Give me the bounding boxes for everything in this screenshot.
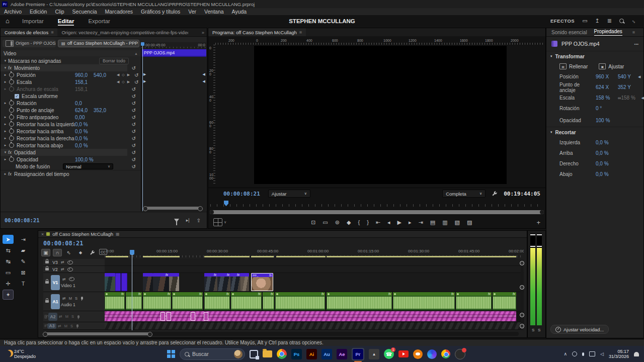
transport-icon[interactable]: ◆	[347, 219, 351, 226]
audio-clip[interactable]: fx	[263, 292, 274, 310]
transport-icon[interactable]: ▤	[430, 219, 435, 226]
lock-icon-active[interactable]	[44, 324, 46, 327]
track-output-eye-icon[interactable]	[69, 277, 74, 281]
mute-button[interactable]: M	[65, 314, 68, 319]
program-scrub-bar[interactable]	[210, 201, 543, 208]
video-clip[interactable]: fx	[153, 273, 169, 291]
prop-value[interactable]: 0,0 %	[596, 140, 618, 145]
after-effects-button[interactable]: Ae	[337, 349, 347, 359]
solo-button[interactable]: S	[70, 324, 73, 328]
video-clip[interactable]: fx	[230, 273, 240, 291]
param-value[interactable]: 100,0 %	[75, 157, 94, 162]
type-tool[interactable]: T	[17, 278, 29, 289]
play-around-icon[interactable]: ▸|	[186, 218, 190, 223]
reset-icon[interactable]: ↺	[132, 136, 136, 141]
app-button[interactable]	[427, 349, 437, 359]
reset-icon[interactable]: ↺	[132, 115, 136, 120]
keyframe-handle[interactable]	[160, 312, 165, 321]
transport-icon[interactable]: ⇥	[419, 219, 423, 226]
track-target-v1[interactable]: V1	[51, 275, 60, 290]
lane-a3-locked[interactable]	[105, 322, 524, 330]
chevron-right-icon[interactable]: ▸	[3, 80, 8, 84]
program-scrollbar[interactable]	[210, 210, 544, 214]
chevron-right-icon[interactable]: ▸	[3, 136, 8, 140]
menu-item[interactable]: Ver	[184, 8, 200, 15]
param-value-x[interactable]: 960,0	[75, 72, 94, 78]
hand-tool[interactable]: ✛	[2, 278, 14, 289]
reset-icon[interactable]: ↺	[132, 101, 136, 106]
ripple-edit-tool[interactable]: ⇆	[2, 245, 14, 256]
mini-timeline-ruler[interactable]: 00:00:45:00 00:0	[141, 42, 206, 48]
chrome-button[interactable]	[277, 349, 287, 359]
video-preview[interactable]	[254, 46, 507, 184]
more-options-icon[interactable]: •••	[634, 42, 638, 46]
stopwatch-icon[interactable]	[9, 143, 14, 148]
video-clip[interactable]	[143, 273, 153, 291]
fullscreen-icon[interactable]: ⇔	[630, 17, 638, 25]
sync-lock-icon[interactable]: ⇄	[62, 296, 66, 301]
transport-icon[interactable]: ▭	[323, 219, 328, 226]
crop-section-header[interactable]: ▾ Recortar	[546, 127, 643, 137]
stack-icon[interactable]: ≣	[607, 18, 612, 24]
reset-icon[interactable]: ↺	[134, 72, 138, 78]
sound-device-icon[interactable]	[572, 351, 577, 356]
blender-button[interactable]	[413, 349, 423, 359]
voiceover-mic-icon[interactable]	[81, 297, 83, 300]
param-value-y[interactable]: 352,0	[94, 108, 112, 113]
voiceover-mic-icon[interactable]	[76, 324, 78, 327]
menu-item[interactable]: Ayuda	[228, 8, 251, 15]
prop-value[interactable]: 352 Y	[618, 84, 638, 90]
opacity-group-row[interactable]: ▾ fx Opacidad ↺	[1, 149, 141, 156]
display-icon[interactable]	[589, 351, 595, 356]
transport-icon[interactable]: ▨	[467, 219, 472, 226]
panel-menu-icon[interactable]: ≡	[632, 30, 635, 35]
playhead[interactable]	[142, 42, 143, 211]
prop-value[interactable]: 0,0 %	[596, 150, 618, 156]
selection-tool[interactable]: ➤	[3, 235, 14, 244]
sync-lock-icon[interactable]: ⇄	[59, 314, 62, 319]
panel-menu-icon[interactable]: ≡	[299, 30, 302, 35]
param-value[interactable]: 0,0 %	[75, 122, 94, 127]
transport-icon[interactable]: ⊚	[335, 219, 340, 226]
effects-label[interactable]: EFECTOS	[550, 18, 575, 24]
stopwatch-icon[interactable]	[9, 108, 14, 113]
app-button[interactable]	[455, 349, 465, 359]
menu-item[interactable]: Edición	[26, 8, 51, 15]
lock-icon[interactable]	[45, 281, 49, 284]
current-timecode[interactable]: 00:00:08:21	[5, 217, 40, 223]
video-clip[interactable]	[115, 273, 121, 291]
chevron-right-icon[interactable]: ▸	[3, 73, 8, 77]
param-value[interactable]: 158,1	[75, 79, 112, 85]
prop-value[interactable]: 158 %	[596, 95, 618, 101]
param-value[interactable]: 0,0 %	[75, 136, 94, 141]
param-value[interactable]: 0,0 %	[75, 129, 94, 134]
video-clip-selected[interactable]: PP_fx	[251, 273, 273, 291]
effect-controls-timeline[interactable]: 00:00:45:00 00:0 PPP OJOS.mp4 ▶ ◀ ▶ ◀	[141, 42, 206, 211]
sync-lock-icon[interactable]: ⇄	[61, 260, 64, 264]
lane-v3[interactable]	[105, 259, 524, 266]
stopwatch-icon[interactable]	[9, 79, 14, 84]
clock[interactable]: 05:17 31/3/2026	[609, 349, 629, 359]
youtube-button[interactable]	[398, 350, 409, 357]
menu-item[interactable]: Ventana	[200, 8, 228, 15]
keyframe-arrow-icon[interactable]: ◀	[203, 79, 205, 83]
keyframe-handle[interactable]	[167, 312, 171, 321]
chevron-right-icon[interactable]: ▸	[3, 122, 8, 126]
audio-clip[interactable]: fx	[393, 292, 455, 310]
chevron-right-icon[interactable]: ▸	[3, 101, 8, 105]
track-label[interactable]: Video 1	[61, 283, 76, 288]
reset-icon[interactable]: ↺	[132, 129, 136, 134]
chevron-right-icon[interactable]: ▸	[3, 157, 8, 161]
premiere-button-active[interactable]: Pr	[352, 348, 364, 360]
chevron-down-icon[interactable]: ▾	[3, 150, 8, 154]
prop-value[interactable]: 0,0 %	[596, 171, 618, 177]
add-button-icon[interactable]: +	[536, 219, 540, 226]
reset-icon[interactable]: ↺	[132, 164, 136, 169]
razor-tool[interactable]: ▰	[17, 245, 29, 256]
stopwatch-icon[interactable]	[9, 136, 14, 141]
mute-button[interactable]: M	[64, 324, 67, 328]
menu-item[interactable]: Clip	[51, 8, 68, 15]
checkbox-checked[interactable]: ✓	[15, 94, 19, 99]
transport-icon[interactable]: {	[358, 219, 360, 225]
tab-editar[interactable]: Editar	[58, 15, 74, 27]
